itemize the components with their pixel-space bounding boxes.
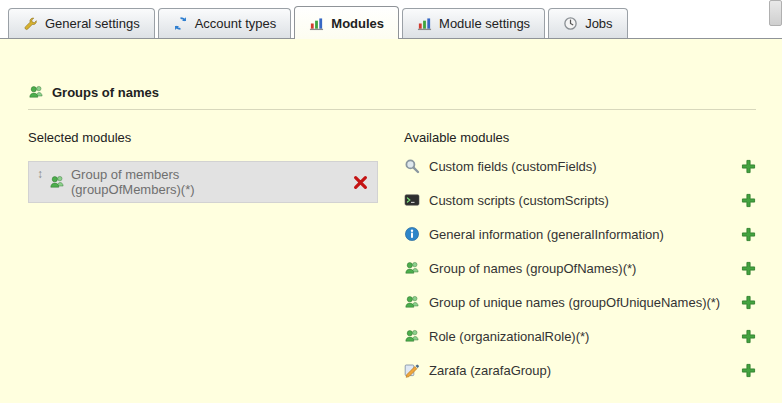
available-module-row: Role (organizationalRole)(*) — [404, 319, 756, 353]
selected-module-name: Group of members — [71, 167, 179, 182]
available-module-label: Group of unique names (groupOfUniqueName… — [429, 295, 720, 310]
terminal-icon — [404, 192, 420, 208]
section-header: Groups of names — [28, 84, 756, 100]
available-modules-column: Available modules Custom fields (customF… — [404, 130, 756, 387]
tab-label: Module settings — [439, 16, 530, 31]
available-module-label: Custom fields (customFields) — [429, 159, 597, 174]
selected-module-suffix: (groupOfMembers)(*) — [71, 182, 195, 197]
tab-bar: General settings Account types Modules — [0, 0, 782, 39]
tab-account-types[interactable]: Account types — [158, 8, 292, 38]
available-modules-list: Custom fields (customFields) — [404, 149, 756, 387]
add-module-button[interactable] — [741, 329, 756, 344]
group-icon — [404, 294, 420, 310]
available-module-row: General information (generalInformation) — [404, 217, 756, 251]
available-module-row: Group of names (groupOfNames)(*) — [404, 251, 756, 285]
add-module-button[interactable] — [741, 159, 756, 174]
tab-label: Modules — [331, 16, 384, 31]
scrollbar-thumb[interactable] — [769, 0, 782, 26]
available-module-row: Zarafa (zarafaGroup) — [404, 353, 756, 387]
group-icon — [49, 174, 65, 190]
tab-jobs[interactable]: Jobs — [548, 8, 627, 38]
tab-label: General settings — [45, 16, 140, 31]
selected-module-item[interactable]: ↕ Group of members (groupOfMembers)(*) — [28, 161, 378, 203]
magnifier-icon — [404, 158, 420, 174]
bar-chart-icon — [309, 16, 324, 31]
add-module-button[interactable] — [741, 363, 756, 378]
remove-module-button[interactable] — [352, 174, 369, 191]
modules-panel: Groups of names Selected modules ↕ Group… — [0, 40, 782, 403]
available-module-label: Role (organizationalRole)(*) — [429, 329, 589, 344]
available-module-row: Custom fields (customFields) — [404, 149, 756, 183]
tab-label: Account types — [195, 16, 277, 31]
clock-icon — [563, 16, 578, 31]
add-module-button[interactable] — [741, 295, 756, 310]
selected-modules-heading: Selected modules — [28, 130, 378, 145]
available-modules-heading: Available modules — [404, 130, 756, 145]
tab-label: Jobs — [585, 16, 612, 31]
add-module-button[interactable] — [741, 193, 756, 208]
bar-chart-icon — [417, 16, 432, 31]
tab-general-settings[interactable]: General settings — [8, 8, 155, 38]
group-icon — [404, 328, 420, 344]
tab-modules[interactable]: Modules — [294, 6, 399, 39]
drag-handle-icon[interactable]: ↕ — [37, 167, 43, 181]
section-divider — [28, 109, 756, 110]
available-module-label: Group of names (groupOfNames)(*) — [429, 261, 636, 276]
selected-modules-column: Selected modules ↕ Group of members (gro… — [28, 130, 378, 387]
wrench-icon — [23, 16, 38, 31]
group-icon — [28, 84, 44, 100]
available-module-row: Group of unique names (groupOfUniqueName… — [404, 285, 756, 319]
section-title: Groups of names — [52, 85, 159, 100]
available-module-label: Custom scripts (customScripts) — [429, 193, 609, 208]
pencil-icon — [404, 362, 420, 378]
group-icon — [404, 260, 420, 276]
available-module-label: General information (generalInformation) — [429, 227, 664, 242]
available-module-label: Zarafa (zarafaGroup) — [429, 363, 551, 378]
available-module-row: Custom scripts (customScripts) — [404, 183, 756, 217]
add-module-button[interactable] — [741, 261, 756, 276]
selected-module-label: Group of members (groupOfMembers)(*) — [71, 167, 195, 197]
info-icon — [404, 226, 420, 242]
tab-module-settings[interactable]: Module settings — [402, 8, 545, 38]
refresh-gear-icon — [173, 16, 188, 31]
add-module-button[interactable] — [741, 227, 756, 242]
